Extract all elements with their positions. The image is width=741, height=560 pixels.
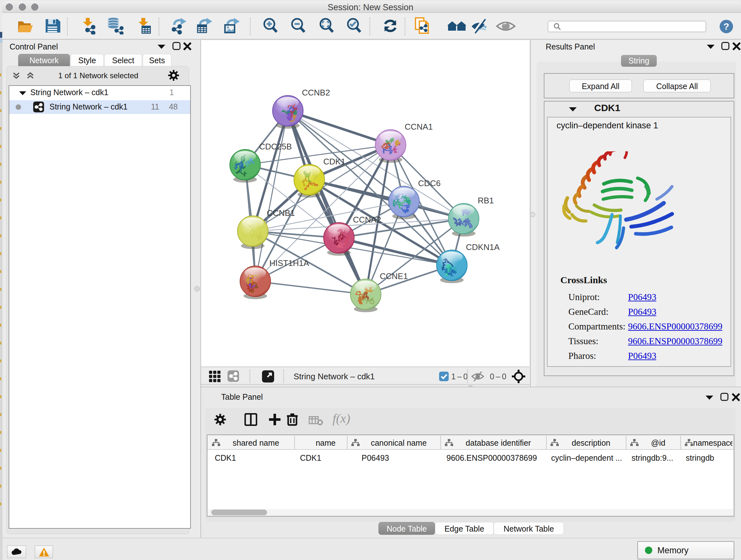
- svg-text:HIST1H1A: HIST1H1A: [269, 258, 309, 268]
- svg-text:RB1: RB1: [478, 196, 494, 205]
- svg-text:CDKN1A: CDKN1A: [466, 242, 500, 252]
- svg-text:CCNE1: CCNE1: [380, 271, 408, 281]
- svg-text:CCNB1: CCNB1: [267, 208, 295, 218]
- svg-text:CCNA2: CCNA2: [353, 215, 381, 225]
- svg-text:CDK1: CDK1: [323, 157, 345, 166]
- svg-text:CCNA1: CCNA1: [405, 122, 433, 132]
- svg-text:CCNB2: CCNB2: [302, 88, 330, 98]
- svg-text:CDC25B: CDC25B: [259, 142, 292, 151]
- svg-text:CDC6: CDC6: [418, 179, 441, 188]
